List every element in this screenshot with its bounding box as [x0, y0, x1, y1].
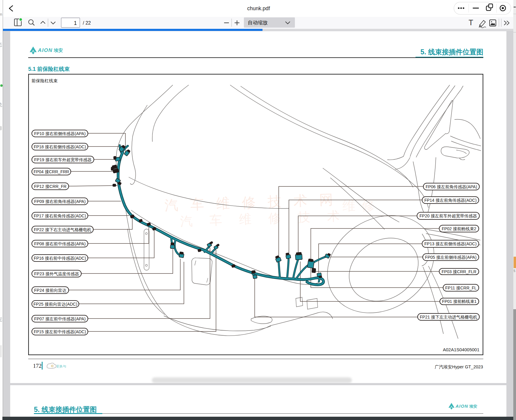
svg-text:自动缩放: 自动缩放 — [248, 20, 268, 25]
svg-text:FP18 接右前侧传感器(ADC): FP18 接右前侧传感器(ADC) — [34, 144, 86, 149]
svg-text:FP19 接右前车外超宽带传感器: FP19 接右前车外超宽带传感器 — [34, 157, 92, 162]
svg-text:AION: AION — [455, 404, 468, 409]
svg-text:FP11 接CRR_FL: FP11 接CRR_FL — [445, 286, 477, 290]
svg-text:FP17 接右前角传感器(ADC): FP17 接右前角传感器(ADC) — [34, 213, 86, 218]
svg-text:FP02 接前舱线束2: FP02 接前舱线束2 — [442, 226, 476, 231]
svg-text:FP23 接外气温度传感器: FP23 接外气温度传感器 — [34, 271, 79, 276]
svg-text:FP14 接左前角传感器(ADC): FP14 接左前角传感器(ADC) — [424, 198, 476, 203]
svg-text:FP25 接前向雷达(ADC): FP25 接前向雷达(ADC) — [33, 302, 77, 307]
svg-text:埃安: 埃安 — [54, 48, 63, 53]
svg-text:埃安: 埃安 — [469, 404, 477, 409]
svg-text:chunk.pdf: chunk.pdf — [247, 5, 270, 11]
svg-text:A02A1S04005001: A02A1S04005001 — [443, 347, 479, 352]
svg-text:FP15 接左前中传感器(ADC): FP15 接左前中传感器(ADC) — [34, 329, 86, 334]
svg-text:FP22 接下右主动进气格栅电机: FP22 接下右主动进气格栅电机 — [34, 227, 91, 232]
svg-text:FP07 接左前中传感器(APA): FP07 接左前中传感器(APA) — [34, 316, 86, 321]
svg-text:1: 1 — [74, 20, 77, 26]
svg-text:FP08 接右前中传感器(APA): FP08 接右前中传感器(APA) — [34, 241, 86, 246]
svg-text:更换与维修: 更换与维修 — [56, 364, 66, 368]
svg-text:FP01 接前舱线束1: FP01 接前舱线束1 — [442, 299, 476, 304]
svg-text:FP09 接右前角传感器(APA): FP09 接右前角传感器(APA) — [34, 199, 86, 204]
svg-text:AION: AION — [38, 47, 52, 53]
svg-text:FP16 接右前中传感器(ADC): FP16 接右前中传感器(ADC) — [34, 256, 86, 261]
svg-text:FP24 接前向雷达: FP24 接前向雷达 — [34, 288, 66, 293]
svg-text:FP04 接CRR_FRR: FP04 接CRR_FRR — [34, 169, 69, 174]
svg-text:FP06 接左前角传感器(APA): FP06 接左前角传感器(APA) — [426, 184, 477, 189]
svg-text:/ 22: / 22 — [83, 20, 91, 26]
svg-text:FP03 接CRR_FLR: FP03 接CRR_FLR — [442, 269, 476, 274]
svg-text:前保险杠线束: 前保险杠线束 — [32, 78, 58, 83]
svg-text:FP10 接右前侧传感器(APA): FP10 接右前侧传感器(APA) — [34, 131, 86, 136]
svg-text:FP13 接左前侧传感器(ADC): FP13 接左前侧传感器(ADC) — [424, 241, 476, 246]
svg-text:FP21 接下左主动进气格栅电机: FP21 接下左主动进气格栅电机 — [420, 315, 477, 319]
svg-text:FP20 接左前车外超宽带传感器: FP20 接左前车外超宽带传感器 — [419, 213, 477, 218]
svg-text:FP05 接左前侧传感器(APA): FP05 接左前侧传感器(APA) — [425, 255, 477, 260]
svg-text:FP12 接CRR_FR: FP12 接CRR_FR — [34, 184, 66, 189]
svg-text:T: T — [469, 18, 473, 27]
svg-text:维修: 维修 — [342, 198, 381, 213]
